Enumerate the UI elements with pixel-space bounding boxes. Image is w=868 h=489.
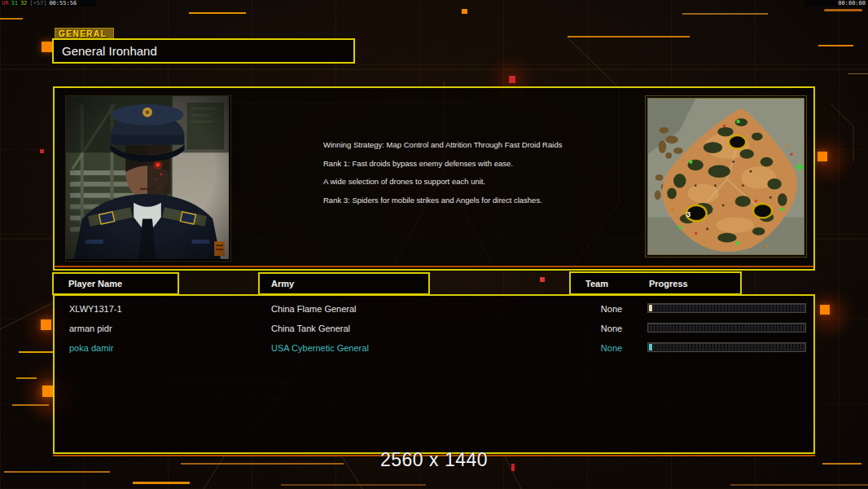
map-preview: 3 [645, 95, 807, 258]
decor-square [820, 305, 830, 315]
progress-bar [647, 342, 806, 352]
progress-bar [647, 303, 806, 313]
decor-line [848, 73, 868, 74]
header-army-label: Army [271, 279, 294, 289]
general-tab-label: GENERAL [55, 28, 114, 39]
debug-token: 31 [11, 0, 17, 7]
general-name-input[interactable] [54, 40, 362, 62]
army-cell[interactable]: USA Cybernetic General [271, 343, 369, 353]
decor-line [281, 484, 426, 486]
progress-tick [649, 344, 652, 350]
game-clock: 00:00:00 [838, 0, 866, 7]
progress-tick [649, 305, 652, 311]
decor-square [462, 9, 467, 14]
strategy-line: Rank 1: Fast droids bypass enemy defense… [323, 159, 564, 169]
debug-token: 00:55:56 [49, 0, 77, 7]
decor-line [12, 404, 49, 406]
decor-square [42, 385, 54, 397]
debug-overlay: UR3132[+57]00:55:56 [2, 0, 79, 7]
header-player-name-label: Player Name [68, 279, 122, 289]
progress-bar [647, 323, 806, 333]
strategy-line: Rank 3: Spiders for mobile strikes and A… [323, 196, 564, 205]
debug-token: [+57] [29, 0, 46, 7]
decor-line [189, 12, 246, 14]
army-cell[interactable]: China Tank General [271, 324, 350, 333]
decor-line [181, 463, 344, 465]
debug-token: 32 [20, 0, 27, 7]
decor-line [818, 45, 853, 46]
decor-square [818, 152, 827, 161]
progress-tick [649, 324, 652, 331]
decor-line [0, 18, 23, 20]
decor-square [41, 319, 51, 330]
army-cell[interactable]: China Flame General [271, 304, 357, 314]
decor-line [824, 9, 862, 11]
player-name-cell[interactable]: poka damir [69, 343, 113, 353]
panel-accent-line [55, 266, 813, 267]
team-cell[interactable]: None [587, 304, 636, 314]
decor-square [540, 277, 545, 282]
decor-square [509, 76, 515, 83]
lobby-screen: UR3132[+57]00:55:56 00:00:00 GENERAL [0, 0, 868, 489]
decor-line [4, 471, 110, 473]
header-progress-label: Progress [649, 279, 688, 289]
decor-line [133, 482, 190, 484]
strategy-line: A wide selection of drones to support ea… [323, 177, 564, 187]
player-row: arman pidr China Tank General None [55, 319, 813, 338]
decor-square [511, 464, 515, 471]
decor-square [42, 42, 52, 52]
start-position-number: 3 [686, 209, 691, 218]
resolution-label: 2560 x 1440 [380, 449, 488, 471]
player-roster-panel: XLWY1317-1 China Flame General None arma… [53, 294, 815, 454]
player-row: XLWY1317-1 China Flame General None [55, 299, 813, 319]
decor-line [682, 13, 768, 15]
player-name-cell[interactable]: arman pidr [69, 324, 112, 333]
decor-line [730, 484, 868, 486]
general-portrait [65, 95, 231, 262]
decor-square [40, 149, 44, 153]
decor-line [822, 463, 861, 465]
debug-token: UR [2, 0, 8, 7]
decor-line [568, 36, 690, 37]
header-team-label: Team [585, 279, 608, 289]
strategy-line: Winning Strategy: Map Control and Attrit… [323, 140, 564, 150]
decor-line [19, 351, 54, 353]
header-team-progress: Team Progress [569, 271, 742, 295]
team-cell[interactable]: None [587, 324, 636, 333]
team-cell[interactable]: None [587, 343, 636, 353]
player-name-cell[interactable]: XLWY1317-1 [69, 304, 122, 314]
decor-line [16, 377, 37, 379]
player-row: poka damir USA Cybernetic General None [55, 338, 813, 358]
general-name-box [52, 38, 355, 64]
strategy-description: Winning Strategy: Map Control and Attrit… [323, 140, 564, 214]
header-player-name: Player Name [52, 272, 179, 295]
header-army: Army [258, 272, 430, 295]
